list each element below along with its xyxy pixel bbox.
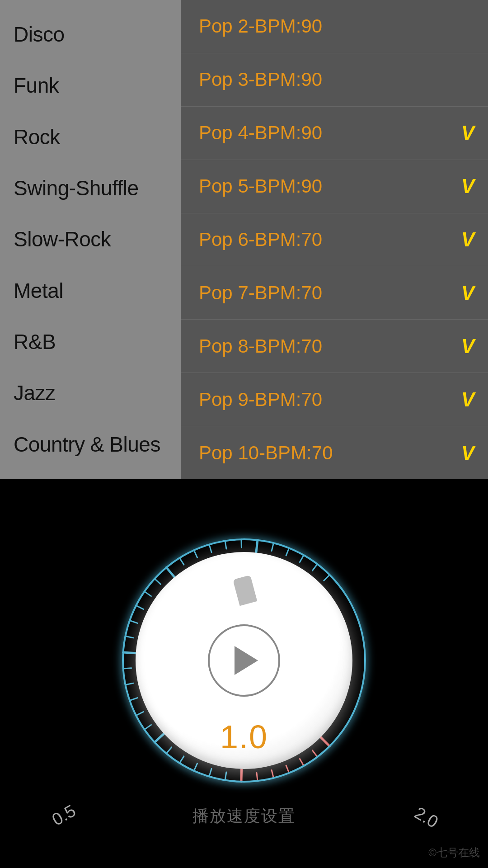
- check-icon: V: [461, 122, 474, 144]
- genre-item[interactable]: Country & Blues: [14, 432, 181, 457]
- watermark: ©七号在线: [428, 845, 480, 860]
- track-name: Pop 8-BPM:70: [199, 335, 322, 357]
- track-name: Pop 2-BPM:90: [199, 15, 322, 37]
- track-item[interactable]: Pop 3-BPM:90: [181, 53, 488, 107]
- track-item[interactable]: Pop 8-BPM:70V: [181, 320, 488, 373]
- genre-item[interactable]: R&B: [14, 330, 181, 354]
- genre-list: DiscoFunkRockSwing-ShuffleSlow-RockMetal…: [0, 0, 181, 479]
- track-item[interactable]: Pop 4-BPM:90V: [181, 107, 488, 160]
- genre-item[interactable]: Funk: [14, 73, 181, 98]
- speed-label-left: 0.5: [49, 801, 79, 830]
- speed-label-right: 2.0: [411, 803, 441, 832]
- genre-item[interactable]: Disco: [14, 22, 181, 47]
- play-icon: [235, 646, 258, 675]
- genre-item[interactable]: Slow-Rock: [14, 227, 181, 252]
- track-name: Pop 9-BPM:70: [199, 389, 322, 410]
- speed-bottom-label: 播放速度设置: [192, 805, 296, 827]
- track-name: Pop 7-BPM:70: [199, 282, 322, 304]
- track-item[interactable]: Pop 5-BPM:90V: [181, 160, 488, 213]
- speed-knob[interactable]: 1.0: [113, 529, 375, 792]
- track-name: Pop 5-BPM:90: [199, 175, 322, 197]
- track-item[interactable]: Pop 9-BPM:70V: [181, 373, 488, 426]
- track-name: Pop 3-BPM:90: [199, 69, 322, 90]
- check-icon: V: [461, 282, 474, 304]
- genre-item[interactable]: Swing-Shuffle: [14, 176, 181, 201]
- track-name: Pop 6-BPM:70: [199, 229, 322, 250]
- track-item[interactable]: Pop 6-BPM:70V: [181, 213, 488, 267]
- check-icon: V: [461, 228, 474, 251]
- bottom-panel: 1.0 0.5 2.0 播放速度设置 ©七号在线: [0, 479, 488, 868]
- track-name: Pop 4-BPM:90: [199, 122, 322, 144]
- check-icon: V: [461, 442, 474, 464]
- genre-item[interactable]: Jazz: [14, 381, 181, 406]
- track-name: Pop 10-BPM:70: [199, 442, 333, 464]
- check-icon: V: [461, 335, 474, 358]
- track-item[interactable]: Pop 10-BPM:70V: [181, 426, 488, 479]
- play-button[interactable]: [208, 624, 280, 697]
- genre-item[interactable]: Metal: [14, 278, 181, 303]
- track-list: Pop 2-BPM:90Pop 3-BPM:90Pop 4-BPM:90VPop…: [181, 0, 488, 479]
- knob-notch: [233, 575, 257, 605]
- genre-item[interactable]: Rock: [14, 125, 181, 150]
- top-panel: DiscoFunkRockSwing-ShuffleSlow-RockMetal…: [0, 0, 488, 479]
- check-icon: V: [461, 388, 474, 411]
- speed-value: 1.0: [220, 718, 268, 755]
- track-item[interactable]: Pop 2-BPM:90: [181, 0, 488, 53]
- check-icon: V: [461, 175, 474, 198]
- track-item[interactable]: Pop 7-BPM:70V: [181, 266, 488, 320]
